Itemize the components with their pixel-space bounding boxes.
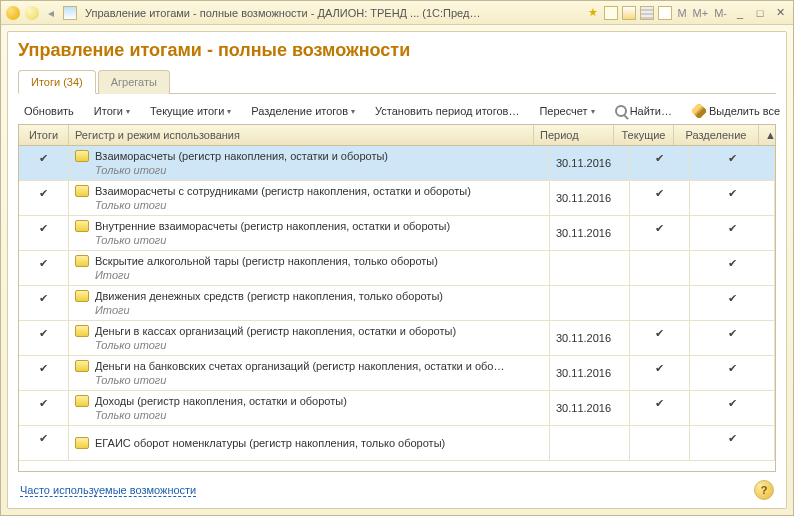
select-all-label: Выделить все <box>709 105 780 117</box>
register-name: ЕГАИС оборот номенклатуры (регистр накоп… <box>95 437 445 449</box>
cell-current-check[interactable]: ✔ <box>630 216 690 250</box>
register-name: Доходы (регистр накопления, остатки и об… <box>95 395 347 407</box>
grid-body[interactable]: ✔Взаиморасчеты (регистр накопления, оста… <box>19 146 775 471</box>
cell-itogi-check[interactable]: ✔ <box>19 216 69 250</box>
cell-split-check[interactable]: ✔ <box>690 216 775 250</box>
tab-itogi[interactable]: Итоги (34) <box>18 70 96 94</box>
find-button[interactable]: Найти… <box>609 103 678 119</box>
itogi-dropdown[interactable]: Итоги <box>88 103 136 119</box>
cell-split-check[interactable]: ✔ <box>690 181 775 215</box>
close-button[interactable]: ✕ <box>771 5 789 21</box>
toolbar-icon-2[interactable] <box>621 5 637 21</box>
cell-period: 30.11.2016 <box>550 356 630 390</box>
header-period[interactable]: Период <box>534 125 614 145</box>
table-row[interactable]: ✔Доходы (регистр накопления, остатки и о… <box>19 391 775 426</box>
register-icon <box>75 325 89 337</box>
cell-split-check[interactable]: ✔ <box>690 426 775 460</box>
register-icon <box>75 395 89 407</box>
register-mode: Только итоги <box>95 374 543 386</box>
table-row[interactable]: ✔Внутренние взаиморасчеты (регистр накоп… <box>19 216 775 251</box>
cell-itogi-check[interactable]: ✔ <box>19 146 69 180</box>
cell-period <box>550 426 630 460</box>
cell-current-check[interactable]: ✔ <box>630 321 690 355</box>
cell-itogi-check[interactable]: ✔ <box>19 426 69 460</box>
memory-m[interactable]: M <box>675 5 688 21</box>
footer: Часто используемые возможности ? <box>18 472 776 502</box>
current-totals-dropdown[interactable]: Текущие итоги <box>144 103 237 119</box>
table-row[interactable]: ✔Деньги на банковских счетах организаций… <box>19 356 775 391</box>
cell-itogi-check[interactable]: ✔ <box>19 391 69 425</box>
register-name: Деньги на банковских счетах организаций … <box>95 360 504 372</box>
header-itogi[interactable]: Итоги <box>19 125 69 145</box>
register-icon <box>75 220 89 232</box>
register-name: Взаиморасчеты (регистр накопления, остат… <box>95 150 388 162</box>
recalc-dropdown[interactable]: Пересчет <box>533 103 600 119</box>
memory-m-minus[interactable]: M- <box>712 5 729 21</box>
grid: Итоги Регистр и режим использования Пери… <box>18 124 776 472</box>
table-row[interactable]: ✔Взаиморасчеты (регистр накопления, оста… <box>19 146 775 181</box>
header-split[interactable]: Разделение <box>674 125 759 145</box>
cell-register: Движения денежных средств (регистр накоп… <box>69 286 550 320</box>
window-title: Управление итогами - полные возможности … <box>85 7 485 19</box>
cell-current-check[interactable] <box>630 426 690 460</box>
minimize-button[interactable]: _ <box>731 5 749 21</box>
cell-period: 30.11.2016 <box>550 181 630 215</box>
totals-icon <box>62 5 78 21</box>
set-period-button[interactable]: Установить период итогов… <box>369 103 525 119</box>
cell-split-check[interactable]: ✔ <box>690 321 775 355</box>
cell-itogi-check[interactable]: ✔ <box>19 251 69 285</box>
cell-itogi-check[interactable]: ✔ <box>19 356 69 390</box>
tabstrip: Итоги (34)Агрегаты <box>18 69 776 94</box>
tab-aggregates[interactable]: Агрегаты <box>98 70 170 94</box>
split-totals-dropdown[interactable]: Разделение итогов <box>245 103 361 119</box>
register-name: Деньги в кассах организаций (регистр нак… <box>95 325 456 337</box>
select-all-button[interactable]: Выделить все <box>686 102 786 120</box>
cell-period: 30.11.2016 <box>550 321 630 355</box>
cell-register: Деньги в кассах организаций (регистр нак… <box>69 321 550 355</box>
cell-current-check[interactable] <box>630 286 690 320</box>
cell-itogi-check[interactable]: ✔ <box>19 286 69 320</box>
cell-current-check[interactable]: ✔ <box>630 181 690 215</box>
table-row[interactable]: ✔Движения денежных средств (регистр нако… <box>19 286 775 321</box>
cell-register: Доходы (регистр накопления, остатки и об… <box>69 391 550 425</box>
titlebar: ◂ Управление итогами - полные возможност… <box>1 1 793 25</box>
cell-itogi-check[interactable]: ✔ <box>19 321 69 355</box>
page-title: Управление итогами - полные возможности <box>18 40 776 61</box>
toolbar-icon-1[interactable] <box>603 5 619 21</box>
maximize-button[interactable]: □ <box>751 5 769 21</box>
cell-register: Взаиморасчеты (регистр накопления, остат… <box>69 146 550 180</box>
cell-register: Деньги на банковских счетах организаций … <box>69 356 550 390</box>
help-icon[interactable]: ? <box>754 480 774 500</box>
cell-split-check[interactable]: ✔ <box>690 356 775 390</box>
cell-split-check[interactable]: ✔ <box>690 251 775 285</box>
table-row[interactable]: ✔Взаиморасчеты с сотрудниками (регистр н… <box>19 181 775 216</box>
calculator-icon[interactable] <box>639 5 655 21</box>
cell-current-check[interactable] <box>630 251 690 285</box>
refresh-button[interactable]: Обновить <box>18 103 80 119</box>
register-mode: Только итоги <box>95 339 543 351</box>
register-icon <box>75 360 89 372</box>
memory-m-plus[interactable]: M+ <box>691 5 711 21</box>
cell-split-check[interactable]: ✔ <box>690 286 775 320</box>
header-current[interactable]: Текущие <box>614 125 674 145</box>
table-row[interactable]: ✔Вскрытие алкогольной тары (регистр нако… <box>19 251 775 286</box>
app-icon-2 <box>24 5 40 21</box>
cell-period: 30.11.2016 <box>550 391 630 425</box>
calendar-icon[interactable] <box>657 5 673 21</box>
table-row[interactable]: ✔ЕГАИС оборот номенклатуры (регистр нако… <box>19 426 775 461</box>
cell-current-check[interactable]: ✔ <box>630 356 690 390</box>
favorite-icon[interactable]: ★ <box>585 5 601 21</box>
cell-split-check[interactable]: ✔ <box>690 391 775 425</box>
cell-current-check[interactable]: ✔ <box>630 391 690 425</box>
history-back-icon[interactable]: ◂ <box>43 5 59 21</box>
cell-current-check[interactable]: ✔ <box>630 146 690 180</box>
header-register[interactable]: Регистр и режим использования <box>69 125 534 145</box>
header-scroll-gap: ▲ <box>759 125 775 145</box>
cell-split-check[interactable]: ✔ <box>690 146 775 180</box>
toolbar: Обновить Итоги Текущие итоги Разделение … <box>18 98 776 124</box>
cell-itogi-check[interactable]: ✔ <box>19 181 69 215</box>
common-features-link[interactable]: Часто используемые возможности <box>20 484 196 497</box>
cell-period <box>550 286 630 320</box>
cell-register: Внутренние взаиморасчеты (регистр накопл… <box>69 216 550 250</box>
table-row[interactable]: ✔Деньги в кассах организаций (регистр на… <box>19 321 775 356</box>
